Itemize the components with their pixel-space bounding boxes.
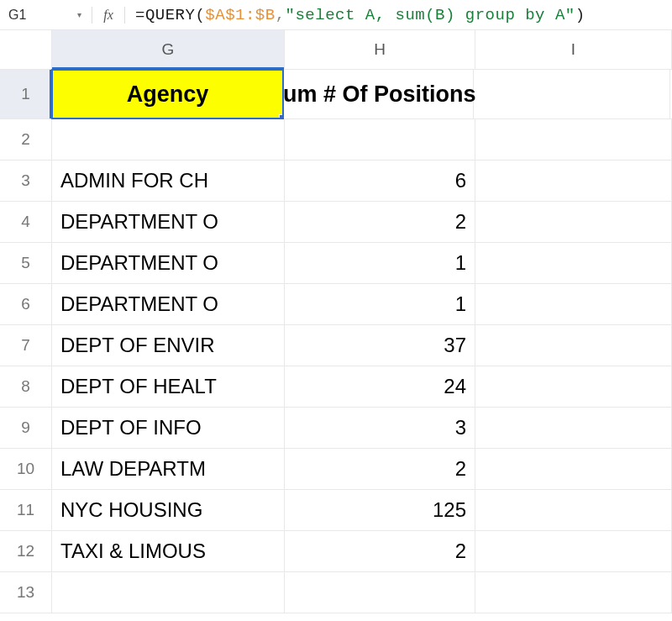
cell-g12[interactable]: TAXI & LIMOUS (52, 531, 285, 571)
cell-i3[interactable] (475, 161, 672, 201)
cell-i7[interactable] (475, 325, 672, 366)
cells-area: 1 Agency um # Of Positions 2 3 ADMIN FOR… (0, 70, 672, 613)
column-header-g[interactable]: G (52, 30, 285, 69)
cell-i2[interactable] (475, 119, 672, 160)
table-row: 13 (0, 572, 672, 613)
cell-g7[interactable]: DEPT OF ENVIR (52, 325, 285, 366)
row-header-6[interactable]: 6 (0, 284, 52, 324)
cell-h4[interactable]: 2 (285, 202, 475, 242)
row-header-9[interactable]: 9 (0, 408, 52, 448)
table-row: 10 LAW DEPARTM 2 (0, 449, 672, 490)
table-row: 12 TAXI & LIMOUS 2 (0, 531, 672, 572)
cell-g8[interactable]: DEPT OF HEALT (52, 366, 285, 407)
table-row: 1 Agency um # Of Positions (0, 70, 672, 119)
row-header-7[interactable]: 7 (0, 325, 52, 366)
divider (124, 7, 125, 24)
formula-rparen: ) (575, 6, 585, 24)
cell-h11[interactable]: 125 (285, 490, 475, 530)
cell-g6[interactable]: DEPARTMENT O (52, 284, 285, 324)
cell-i12[interactable] (475, 531, 672, 571)
formula-string: "select A, sum(B) group by A" (286, 6, 575, 24)
row-header-13[interactable]: 13 (0, 572, 52, 613)
cell-g9[interactable]: DEPT OF INFO (52, 408, 285, 448)
cell-i5[interactable] (475, 243, 672, 283)
select-all-corner[interactable] (0, 30, 52, 69)
cell-i1[interactable] (474, 70, 670, 118)
cell-g1-value: Agency (127, 82, 209, 108)
cell-g1[interactable]: Agency (51, 69, 284, 119)
cell-h5[interactable]: 1 (285, 243, 475, 283)
cell-h3[interactable]: 6 (285, 161, 475, 201)
cell-g13[interactable] (52, 572, 285, 613)
column-header-row: G H I (0, 30, 672, 70)
cell-h8[interactable]: 24 (285, 366, 475, 407)
cell-i4[interactable] (475, 202, 672, 242)
cell-h10[interactable]: 2 (285, 449, 475, 489)
cell-h7[interactable]: 37 (285, 325, 475, 366)
row-header-3[interactable]: 3 (0, 161, 52, 201)
table-row: 2 (0, 119, 672, 161)
table-row: 4 DEPARTMENT O 2 (0, 202, 672, 243)
cell-i13[interactable] (475, 572, 672, 613)
cell-i8[interactable] (475, 366, 672, 407)
cell-h13[interactable] (285, 572, 475, 613)
cell-h6[interactable]: 1 (285, 284, 475, 324)
divider (92, 7, 92, 24)
cell-h12[interactable]: 2 (285, 531, 475, 571)
cell-g11[interactable]: NYC HOUSING (52, 490, 285, 530)
table-row: 3 ADMIN FOR CH 6 (0, 161, 672, 202)
formula-func: QUERY (145, 6, 196, 24)
fx-icon[interactable]: fx (97, 8, 119, 23)
row-header-8[interactable]: 8 (0, 366, 52, 407)
row-header-12[interactable]: 12 (0, 531, 52, 571)
spreadsheet-grid[interactable]: G H I 1 Agency um # Of Positions 2 3 ADM (0, 30, 672, 613)
cell-h1[interactable]: um # Of Positions (283, 70, 474, 118)
column-header-i[interactable]: I (475, 30, 672, 69)
cell-h1-value: um # Of Positions (283, 82, 476, 108)
cell-g3[interactable]: ADMIN FOR CH (52, 161, 285, 201)
cell-i6[interactable] (475, 284, 672, 324)
table-row: 9 DEPT OF INFO 3 (0, 408, 672, 449)
name-box-dropdown-icon[interactable]: ▾ (77, 10, 87, 19)
cell-i10[interactable] (475, 449, 672, 489)
table-row: 11 NYC HOUSING 125 (0, 490, 672, 531)
row-header-1[interactable]: 1 (0, 70, 52, 118)
cell-h2[interactable] (285, 119, 475, 160)
row-header-10[interactable]: 10 (0, 449, 52, 489)
name-box[interactable] (7, 5, 72, 25)
cell-g2[interactable] (52, 119, 285, 160)
fill-handle[interactable] (279, 114, 284, 119)
column-header-h[interactable]: H (285, 30, 475, 69)
row-header-5[interactable]: 5 (0, 243, 52, 283)
cell-h9[interactable]: 3 (285, 408, 475, 448)
table-row: 5 DEPARTMENT O 1 (0, 243, 672, 284)
table-row: 7 DEPT OF ENVIR 37 (0, 325, 672, 366)
formula-ref: $A$1:$B (205, 6, 275, 24)
table-row: 8 DEPT OF HEALT 24 (0, 366, 672, 408)
table-row: 6 DEPARTMENT O 1 (0, 284, 672, 325)
row-header-2[interactable]: 2 (0, 119, 52, 160)
formula-bar: ▾ fx =QUERY($A$1:$B,"select A, sum(B) gr… (0, 0, 672, 30)
formula-comma: , (276, 6, 286, 24)
cell-i9[interactable] (475, 408, 672, 448)
row-header-11[interactable]: 11 (0, 490, 52, 530)
cell-g10[interactable]: LAW DEPARTM (52, 449, 285, 489)
formula-input[interactable]: =QUERY($A$1:$B,"select A, sum(B) group b… (135, 6, 665, 24)
formula-lparen: ( (195, 6, 205, 24)
cell-g4[interactable]: DEPARTMENT O (52, 202, 285, 242)
formula-eq: = (135, 6, 145, 24)
cell-i11[interactable] (475, 490, 672, 530)
cell-g5[interactable]: DEPARTMENT O (52, 243, 285, 283)
row-header-4[interactable]: 4 (0, 202, 52, 242)
